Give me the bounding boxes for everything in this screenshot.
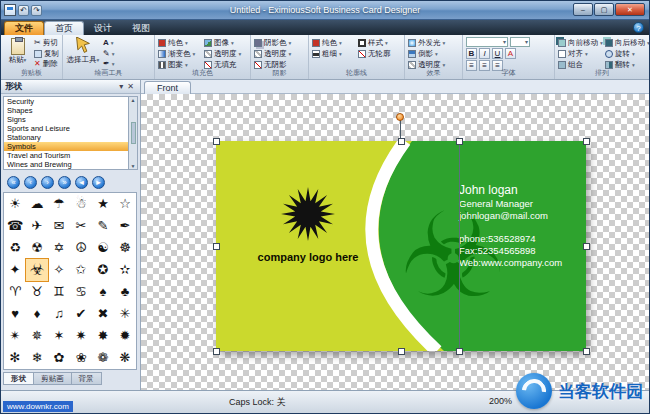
minimize-button[interactable]: – (573, 3, 593, 16)
shape-item[interactable]: ♊ (48, 281, 70, 303)
rotate-button[interactable]: 旋转▾ (605, 49, 650, 59)
nav-last-button[interactable]: » (58, 176, 71, 189)
text-frame-edge[interactable] (459, 141, 460, 351)
nav-next-button[interactable]: › (41, 176, 54, 189)
shape-item[interactable]: ★ (92, 193, 114, 215)
copy-button[interactable]: 复制 (34, 49, 59, 59)
title-bar[interactable]: ↶ ↷ Untitled - EximiousSoft Business Car… (1, 1, 649, 20)
shape-item[interactable]: ☮ (70, 237, 92, 259)
send-backward-button[interactable]: 向后移动▾ (605, 38, 650, 48)
shape-item[interactable]: ☀ (4, 193, 26, 215)
shape-item[interactable]: ✶ (48, 325, 70, 347)
category-item-stationary[interactable]: Stationary (4, 133, 128, 142)
scroll-down-icon[interactable]: ▼ (131, 163, 136, 169)
align-objects-button[interactable]: 对齐▾ (558, 49, 605, 59)
shape-item[interactable]: ♥ (4, 303, 26, 325)
shape-item[interactable]: ❄ (26, 347, 48, 369)
ribbon-tab-3[interactable]: 视图 (122, 22, 160, 35)
shape-item[interactable]: ✂ (70, 215, 92, 237)
shape-item[interactable]: ✵ (26, 325, 48, 347)
ribbon-tab-2[interactable]: 设计 (84, 22, 122, 35)
bring-forward-button[interactable]: 向前移动▾ (558, 38, 605, 48)
shape-item[interactable]: ❀ (70, 347, 92, 369)
font-family-select[interactable] (466, 37, 508, 47)
help-icon[interactable]: ? (633, 22, 644, 33)
shadow-opacity-button[interactable]: 透明度▾ (254, 49, 306, 59)
shape-item[interactable]: ☢ (26, 237, 48, 259)
undo-button[interactable]: ↶ (18, 5, 29, 16)
shape-item[interactable]: ✿ (48, 347, 70, 369)
redo-button[interactable]: ↷ (31, 5, 42, 16)
shape-item[interactable]: ☂ (48, 193, 70, 215)
close-button[interactable]: ✕ (615, 3, 645, 16)
shape-item[interactable]: ♻ (4, 237, 26, 259)
shape-item[interactable]: ✩ (70, 259, 92, 281)
fill-solid-button[interactable]: 纯色▾ (158, 38, 204, 48)
shape-item[interactable]: ✔ (70, 303, 92, 325)
shape-item[interactable]: ✒ (114, 215, 136, 237)
shape-item[interactable]: ✳ (114, 303, 136, 325)
category-item-shapes[interactable]: Shapes (4, 106, 128, 115)
card-text-block[interactable]: John logan General Manager johnlogan@mai… (459, 183, 581, 269)
selection-handle[interactable] (213, 138, 220, 145)
shape-item[interactable]: ✻ (4, 347, 26, 369)
nav-prev-button[interactable]: ‹ (24, 176, 37, 189)
fill-gradient-button[interactable]: 渐变色▾ (158, 49, 204, 59)
underline-button[interactable]: U (492, 48, 503, 59)
category-item-security[interactable]: Security (4, 97, 128, 106)
shape-item[interactable]: ✧ (48, 259, 70, 281)
shape-item[interactable]: ☆ (114, 193, 136, 215)
shape-item[interactable]: ☎ (4, 215, 26, 237)
panel-tab-2[interactable]: 背景 (72, 372, 102, 385)
paste-button[interactable]: 粘贴▾ (4, 37, 31, 70)
shape-item[interactable]: ☃ (70, 193, 92, 215)
ribbon-tab-0[interactable]: 文件 (4, 21, 44, 35)
rotation-handle[interactable] (396, 113, 404, 121)
app-icon[interactable] (4, 4, 16, 16)
shape-item[interactable]: ✸ (92, 325, 114, 347)
shape-item[interactable]: ♣ (114, 281, 136, 303)
glow-button[interactable]: 外发光▾ (408, 38, 460, 48)
selection-handle[interactable] (456, 348, 463, 355)
text-tool-button[interactable]: A▾ (103, 38, 114, 48)
category-item-wines-and-brewing[interactable]: Wines and Brewing (4, 160, 128, 169)
nav-first-button[interactable]: « (7, 176, 20, 189)
shape-item[interactable]: ☁ (26, 193, 48, 215)
front-page-tab[interactable]: Front (144, 81, 191, 94)
select-tool-button[interactable]: 选择工具▾ (66, 37, 100, 70)
shape-item[interactable]: ✎ (92, 215, 114, 237)
outline-style-button[interactable]: 样式▾ (358, 38, 404, 48)
category-item-travel-and-tourism[interactable]: Travel and Tourism (4, 151, 128, 160)
shape-item[interactable]: ✪ (92, 259, 114, 281)
outline-none-button[interactable]: 无轮廓 (358, 49, 404, 59)
maximize-button[interactable]: ▢ (594, 3, 614, 16)
selection-handle[interactable] (213, 243, 220, 250)
fill-image-button[interactable]: 图像▾ (204, 38, 248, 48)
selection-handle[interactable] (583, 243, 590, 250)
shape-item[interactable]: ♉ (26, 281, 48, 303)
shape-item[interactable]: ✡ (48, 237, 70, 259)
logo-caption[interactable]: company logo here (228, 251, 388, 263)
shape-item[interactable]: ✈ (26, 215, 48, 237)
outline-solid-button[interactable]: 纯色▾ (312, 38, 358, 48)
font-color-button[interactable]: A (505, 48, 516, 59)
panel-header[interactable]: 形状 ▾ ✕ (1, 80, 140, 94)
zoom-level[interactable]: 200% (489, 396, 512, 406)
reflection-button[interactable]: 倒影▾ (408, 49, 460, 59)
selection-handle[interactable] (398, 348, 405, 355)
selection-handle[interactable] (583, 138, 590, 145)
selection-handle[interactable] (213, 348, 220, 355)
outline-width-button[interactable]: 粗细▾ (312, 49, 358, 59)
status-link[interactable]: www.downkr.com (3, 401, 73, 412)
chevron-down-icon[interactable]: ▾ (117, 82, 125, 91)
ribbon-tab-1[interactable]: 首页 (44, 21, 84, 35)
italic-button[interactable]: I (479, 48, 490, 59)
category-item-signs[interactable]: Signs (4, 115, 128, 124)
selection-handle[interactable] (398, 138, 405, 145)
selection-handle[interactable] (583, 348, 590, 355)
selection-handle[interactable] (456, 138, 463, 145)
scroll-thumb[interactable] (131, 122, 136, 144)
shape-item[interactable]: ✫ (114, 259, 136, 281)
shadow-color-button[interactable]: 阴影色▾ (254, 38, 306, 48)
category-item-sports-and-leisure[interactable]: Sports and Leisure (4, 124, 128, 133)
